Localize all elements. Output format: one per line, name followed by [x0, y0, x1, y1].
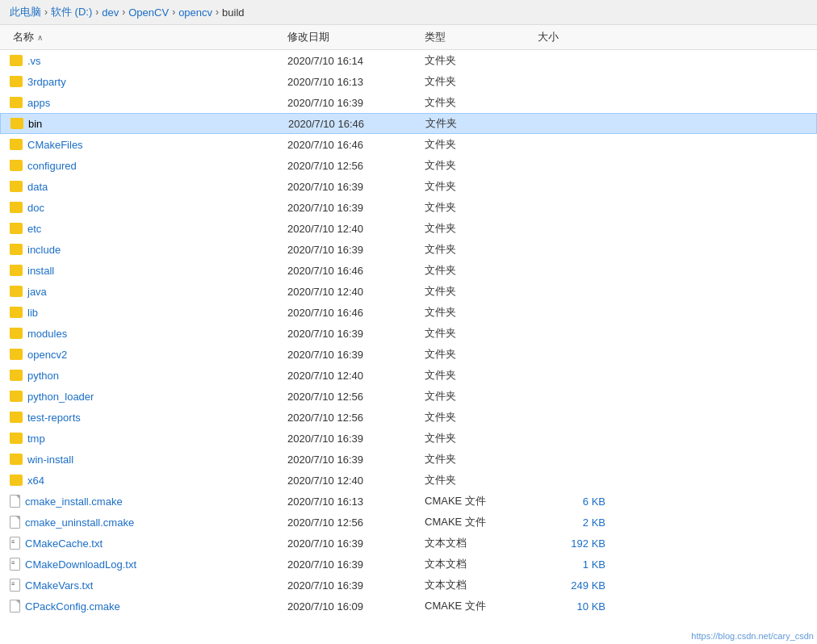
file-date: 2020/7/10 12:40 — [284, 475, 421, 487]
file-type: 文件夹 — [421, 221, 534, 236]
table-row[interactable]: include 2020/7/10 16:39 文件夹 — [0, 239, 817, 260]
file-name: python_loader — [27, 391, 94, 403]
file-type: 文件夹 — [421, 242, 534, 257]
file-name-cell: python — [10, 370, 284, 382]
file-type: 文件夹 — [421, 410, 534, 424]
table-row[interactable]: configured 2020/7/10 12:56 文件夹 — [0, 155, 817, 176]
file-date: 2020/7/10 16:14 — [284, 55, 421, 67]
col-type[interactable]: 类型 — [421, 28, 534, 46]
table-row[interactable]: apps 2020/7/10 16:39 文件夹 — [0, 92, 817, 113]
table-row[interactable]: tmp 2020/7/10 16:39 文件夹 — [0, 428, 817, 449]
file-name-cell: win-install — [10, 454, 284, 466]
breadcrumb: 此电脑 › 软件 (D:) › dev › OpenCV › opencv › … — [0, 0, 817, 25]
folder-icon — [10, 328, 23, 339]
table-row[interactable]: .vs 2020/7/10 16:14 文件夹 — [0, 50, 817, 71]
table-row[interactable]: x64 2020/7/10 12:40 文件夹 — [0, 470, 817, 491]
breadcrumb-opencv-root[interactable]: OpenCV — [128, 6, 169, 19]
file-type: 文件夹 — [421, 137, 534, 152]
file-name: x64 — [27, 475, 44, 487]
folder-icon — [10, 97, 23, 108]
file-name-cell: opencv2 — [10, 349, 284, 361]
file-type: 文件夹 — [421, 284, 534, 299]
file-name-cell: CPackConfig.cmake — [10, 600, 284, 613]
table-row[interactable]: cmake_uninstall.cmake 2020/7/10 12:56 CM… — [0, 512, 817, 533]
file-date: 2020/7/10 12:40 — [284, 286, 421, 298]
file-date: 2020/7/10 12:56 — [284, 412, 421, 424]
file-date: 2020/7/10 16:13 — [284, 76, 421, 88]
folder-icon — [10, 286, 23, 297]
file-type: 文件夹 — [421, 158, 534, 173]
file-name-cell: CMakeVars.txt — [10, 579, 284, 592]
folder-icon — [10, 307, 23, 318]
file-date: 2020/7/10 16:46 — [284, 139, 421, 151]
file-date: 2020/7/10 16:39 — [284, 454, 421, 466]
file-list: .vs 2020/7/10 16:14 文件夹 3rdparty 2020/7/… — [0, 50, 817, 640]
table-row[interactable]: test-reports 2020/7/10 12:56 文件夹 — [0, 407, 817, 428]
file-date: 2020/7/10 12:56 — [284, 391, 421, 403]
folder-icon — [10, 55, 23, 66]
table-row[interactable]: install 2020/7/10 16:46 文件夹 — [0, 260, 817, 281]
breadcrumb-opencv[interactable]: opencv — [178, 6, 212, 19]
folder-icon — [10, 454, 23, 465]
breadcrumb-dev[interactable]: dev — [102, 6, 119, 19]
file-name: CMakeCache.txt — [25, 537, 103, 550]
file-type: 文件夹 — [421, 53, 534, 68]
table-row[interactable]: python 2020/7/10 12:40 文件夹 — [0, 365, 817, 386]
file-name-cell: .vs — [10, 55, 284, 67]
file-name: apps — [27, 97, 50, 109]
file-name: test-reports — [27, 412, 81, 424]
table-row[interactable]: data 2020/7/10 16:39 文件夹 — [0, 176, 817, 197]
table-row[interactable]: modules 2020/7/10 16:39 文件夹 — [0, 323, 817, 344]
table-row[interactable]: opencv2 2020/7/10 16:39 文件夹 — [0, 344, 817, 365]
table-row[interactable]: CMakeFiles 2020/7/10 16:46 文件夹 — [0, 134, 817, 155]
file-size: 249 KB — [534, 579, 615, 592]
table-row[interactable]: CMakeCache.txt 2020/7/10 16:39 文本文档 192 … — [0, 533, 817, 554]
table-row[interactable]: doc 2020/7/10 16:39 文件夹 — [0, 197, 817, 218]
table-row[interactable]: CPackConfig.cmake 2020/7/10 16:09 CMAKE … — [0, 596, 817, 617]
file-name-cell: bin — [10, 118, 285, 130]
table-row[interactable]: 3rdparty 2020/7/10 16:13 文件夹 — [0, 71, 817, 92]
file-name: java — [27, 286, 47, 298]
file-explorer: 名称 ∧ 修改日期 类型 大小 .vs 2020/7/10 16:14 文件夹 … — [0, 25, 817, 640]
file-icon — [10, 495, 20, 508]
folder-icon — [10, 433, 23, 444]
folder-icon — [10, 265, 23, 276]
file-type: 文本文档 — [421, 557, 534, 571]
file-name: cmake_install.cmake — [25, 496, 123, 508]
breadcrumb-computer[interactable]: 此电脑 — [10, 5, 41, 19]
file-date: 2020/7/10 12:40 — [284, 223, 421, 235]
file-type: 文件夹 — [422, 116, 535, 131]
table-row[interactable]: lib 2020/7/10 16:46 文件夹 — [0, 302, 817, 323]
file-date: 2020/7/10 16:46 — [284, 307, 421, 319]
file-name-cell: CMakeDownloadLog.txt — [10, 558, 284, 571]
file-date: 2020/7/10 16:39 — [284, 97, 421, 109]
col-size[interactable]: 大小 — [534, 28, 615, 46]
table-row[interactable]: CMakeVars.txt 2020/7/10 16:39 文本文档 249 K… — [0, 575, 817, 596]
file-icon — [10, 516, 20, 529]
file-name: configured — [27, 160, 77, 172]
file-name-cell: cmake_install.cmake — [10, 495, 284, 508]
table-row[interactable]: java 2020/7/10 12:40 文件夹 — [0, 281, 817, 302]
file-date: 2020/7/10 16:39 — [284, 558, 421, 571]
folder-icon — [10, 139, 23, 150]
file-date: 2020/7/10 16:13 — [284, 496, 421, 508]
table-row[interactable]: CMakeDownloadLog.txt 2020/7/10 16:39 文本文… — [0, 554, 817, 575]
folder-icon — [10, 160, 23, 171]
file-date: 2020/7/10 12:40 — [284, 370, 421, 382]
table-row[interactable]: bin 2020/7/10 16:46 文件夹 — [0, 113, 817, 134]
file-name: lib — [27, 307, 38, 319]
file-name-cell: python_loader — [10, 391, 284, 403]
file-type: 文件夹 — [421, 74, 534, 89]
col-name[interactable]: 名称 ∧ — [10, 28, 284, 46]
col-date[interactable]: 修改日期 — [284, 28, 421, 46]
table-row[interactable]: python_loader 2020/7/10 12:56 文件夹 — [0, 386, 817, 407]
file-type: 文件夹 — [421, 452, 534, 466]
table-row[interactable]: etc 2020/7/10 12:40 文件夹 — [0, 218, 817, 239]
sort-arrow-name: ∧ — [37, 33, 43, 42]
file-type: CMAKE 文件 — [421, 599, 534, 613]
breadcrumb-drive[interactable]: 软件 (D:) — [51, 5, 92, 19]
table-row[interactable]: cmake_install.cmake 2020/7/10 16:13 CMAK… — [0, 491, 817, 512]
file-size: 192 KB — [534, 537, 615, 550]
table-row[interactable]: win-install 2020/7/10 16:39 文件夹 — [0, 449, 817, 470]
file-name: opencv2 — [27, 349, 67, 361]
